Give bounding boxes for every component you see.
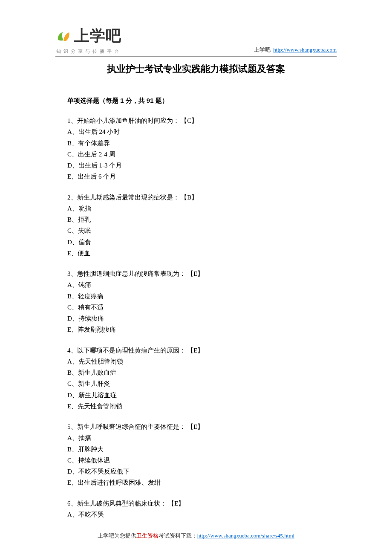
question-option: E、出生后进行性呼吸困难、发绀 [67, 477, 337, 488]
question-stem: 5、新生儿呼吸窘迫综合征的主要体征是： 【E】 [67, 421, 337, 432]
question-block: 3、急性胆道蛔虫症患儿的腹痛常表现为： 【E】A、钝痛B、轻度疼痛C、稍有不适D… [67, 268, 337, 335]
question-option: E、阵发剧烈腹痛 [67, 324, 337, 335]
logo-text: 上学吧 [74, 26, 121, 46]
logo-icon [55, 28, 72, 44]
question-option: E、便血 [67, 248, 337, 259]
question-option: B、新生儿败血症 [67, 367, 337, 378]
logo-area: 上学吧 知识分享与传播平台 [55, 26, 121, 55]
question-block: 4、以下哪项不是病理性黄疸产生的原因： 【E】A、先天性胆管闭锁B、新生儿败血症… [67, 345, 337, 412]
question-option: C、出生后 2-4 周 [67, 149, 337, 160]
question-option: B、有个体差异 [67, 138, 337, 149]
questions-container: 1、开始给小儿添加鱼肝油的时间应为： 【C】A、出生后 24 小时B、有个体差异… [55, 115, 337, 520]
question-option: B、轻度疼痛 [67, 291, 337, 302]
question-option: A、吮指 [67, 203, 337, 214]
question-option: A、不吃不哭 [67, 509, 337, 520]
question-option: B、肝脾肿大 [67, 444, 337, 455]
question-option: D、不吃不哭反应低下 [67, 466, 337, 477]
question-block: 2、新生儿期感染后最常出现的症状是： 【B】A、吮指B、拒乳C、失眠D、偏食E、… [67, 192, 337, 259]
question-block: 6、新生儿破伤风典型的临床症状： 【E】A、不吃不哭 [67, 498, 337, 520]
question-option: A、钝痛 [67, 279, 337, 290]
logo-tagline: 知识分享与传播平台 [56, 48, 121, 55]
header-link: 上学吧 http://www.shangxueba.com [254, 46, 337, 55]
question-option: D、持续腹痛 [67, 313, 337, 324]
question-block: 5、新生儿呼吸窘迫综合征的主要体征是： 【E】A、抽搐B、肝脾肿大C、持续低体温… [67, 421, 337, 489]
question-stem: 3、急性胆道蛔虫症患儿的腹痛常表现为： 【E】 [67, 268, 337, 279]
question-option: E、先天性食管闭锁 [67, 401, 337, 412]
question-stem: 1、开始给小儿添加鱼肝油的时间应为： 【C】 [67, 115, 337, 126]
site-url-link[interactable]: http://www.shangxueba.com [273, 46, 337, 53]
question-stem: 2、新生儿期感染后最常出现的症状是： 【B】 [67, 192, 337, 203]
page-header: 上学吧 知识分享与传播平台 上学吧 http://www.shangxueba.… [55, 26, 337, 57]
question-option: A、先天性胆管闭锁 [67, 356, 337, 367]
footer-highlight: 卫生资格 [136, 532, 159, 539]
footer-link[interactable]: http://www.shangxueba.com/share/s45.html [197, 532, 294, 539]
footer-suffix: 考试资料下载： [159, 532, 197, 539]
question-option: C、失眠 [67, 225, 337, 236]
question-option: B、拒乳 [67, 214, 337, 225]
section-header: 单项选择题（每题 1 分，共 91 题） [67, 97, 337, 105]
question-option: D、新生儿溶血症 [67, 390, 337, 401]
question-option: C、新生儿肝炎 [67, 378, 337, 389]
question-stem: 4、以下哪项不是病理性黄疸产生的原因： 【E】 [67, 345, 337, 356]
question-option: A、出生后 24 小时 [67, 126, 337, 137]
question-option: A、抽搐 [67, 432, 337, 443]
question-option: C、持续低体温 [67, 455, 337, 466]
question-stem: 6、新生儿破伤风典型的临床症状： 【E】 [67, 498, 337, 509]
site-label: 上学吧 [254, 46, 271, 53]
document-title: 执业护士考试专业实践能力模拟试题及答案 [55, 63, 337, 75]
question-block: 1、开始给小儿添加鱼肝油的时间应为： 【C】A、出生后 24 小时B、有个体差异… [67, 115, 337, 182]
question-option: D、偏食 [67, 237, 337, 248]
question-option: E、出生后 6 个月 [67, 171, 337, 182]
footer-prefix: 上学吧为您提供 [98, 532, 136, 539]
page-footer: 上学吧为您提供卫生资格考试资料下载：http://www.shangxueba.… [0, 532, 392, 540]
question-option: C、稍有不适 [67, 302, 337, 313]
question-option: D、出生后 1-3 个月 [67, 160, 337, 171]
